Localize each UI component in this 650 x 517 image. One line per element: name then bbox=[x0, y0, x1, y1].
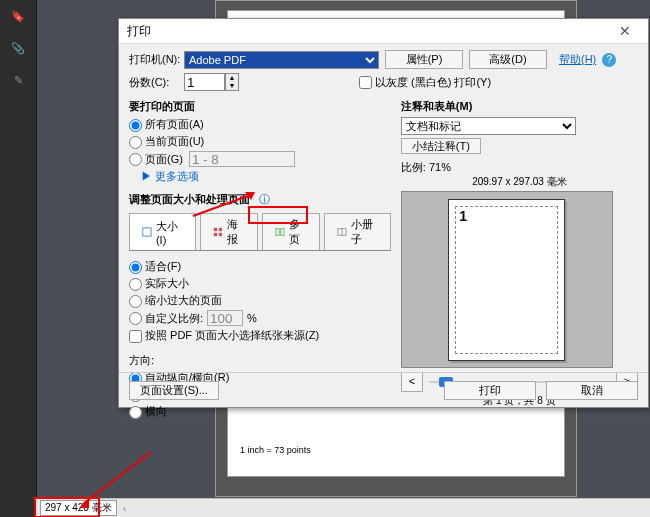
print-dialog: 打印 ✕ 打印机(N): Adobe PDF 属性(P) 高级(D) 帮助(H)… bbox=[118, 18, 649, 408]
svg-rect-3 bbox=[214, 233, 217, 236]
status-dims: 297 x 420 毫米 bbox=[40, 500, 117, 516]
radio-current-page[interactable]: 当前页面(U) bbox=[129, 134, 204, 149]
signature-icon[interactable]: ✎ bbox=[0, 64, 36, 96]
svg-rect-1 bbox=[214, 228, 217, 231]
custom-scale-input[interactable] bbox=[207, 310, 243, 326]
svg-rect-4 bbox=[218, 233, 221, 236]
svg-rect-2 bbox=[218, 228, 221, 231]
radio-page-range[interactable]: 页面(G) bbox=[129, 152, 183, 167]
status-chevron-icon: ‹ bbox=[123, 502, 127, 514]
percent-label: % bbox=[247, 312, 257, 324]
size-tabs: 大小(I) 海报 多页 小册子 bbox=[129, 213, 391, 251]
tab-poster[interactable]: 海报 bbox=[200, 213, 258, 250]
status-bar: 297 x 420 毫米 ‹ bbox=[36, 498, 650, 517]
print-button[interactable]: 打印 bbox=[444, 381, 536, 400]
advanced-button[interactable]: 高级(D) bbox=[469, 50, 547, 69]
summarize-button[interactable]: 小结注释(T) bbox=[401, 138, 481, 154]
size-group-title: 调整页面大小和处理页面 bbox=[129, 193, 250, 205]
page-setup-button[interactable]: 页面设置(S)... bbox=[129, 381, 219, 400]
preview-page-number: 1 bbox=[459, 208, 467, 224]
radio-custom-scale[interactable]: 自定义比例: bbox=[129, 311, 203, 326]
svg-rect-0 bbox=[143, 228, 151, 236]
comments-title: 注释和表单(M) bbox=[401, 99, 638, 114]
copies-spinner[interactable]: ▲▼ bbox=[225, 73, 239, 91]
close-button[interactable]: ✕ bbox=[610, 23, 640, 39]
printer-label: 打印机(N): bbox=[129, 52, 184, 67]
properties-button[interactable]: 属性(P) bbox=[385, 50, 463, 69]
attachment-icon[interactable]: 📎 bbox=[0, 32, 36, 64]
scale-label: 比例: bbox=[401, 161, 426, 173]
page-range-input[interactable] bbox=[189, 151, 295, 167]
preview-page: 1 bbox=[448, 199, 565, 361]
tab-size[interactable]: 大小(I) bbox=[129, 213, 196, 250]
copies-input[interactable] bbox=[184, 73, 225, 91]
tab-multi[interactable]: 多页 bbox=[262, 213, 320, 250]
help-link[interactable]: 帮助(H) bbox=[559, 52, 596, 67]
print-preview: 1 bbox=[401, 191, 613, 368]
svg-rect-6 bbox=[280, 229, 283, 236]
svg-line-9 bbox=[83, 452, 151, 504]
help-icon[interactable]: ? bbox=[602, 53, 616, 67]
svg-rect-5 bbox=[275, 229, 278, 236]
radio-shrink[interactable]: 缩小过大的页面 bbox=[129, 293, 222, 308]
grayscale-checkbox[interactable]: 以灰度 (黑白色) 打印(Y) bbox=[359, 75, 491, 90]
copies-label: 份数(C): bbox=[129, 75, 184, 90]
comments-combo[interactable]: 文档和标记 bbox=[401, 117, 576, 135]
info-icon[interactable]: ⓘ bbox=[259, 193, 270, 205]
radio-fit[interactable]: 适合(F) bbox=[129, 259, 181, 274]
dialog-footer: 页面设置(S)... 打印 取消 bbox=[119, 372, 648, 407]
printer-select[interactable]: Adobe PDF bbox=[184, 51, 379, 69]
checkbox-paper-source[interactable]: 按照 PDF 页面大小选择纸张来源(Z) bbox=[129, 328, 319, 343]
orient-title: 方向: bbox=[129, 353, 391, 368]
scale-value: 71% bbox=[429, 161, 451, 173]
bookmark-icon[interactable]: 🔖 bbox=[0, 0, 36, 32]
tab-booklet[interactable]: 小册子 bbox=[324, 213, 391, 250]
preview-dims: 209.97 x 297.03 毫米 bbox=[401, 175, 638, 189]
cancel-button[interactable]: 取消 bbox=[546, 381, 638, 400]
more-options[interactable]: ▶ 更多选项 bbox=[141, 169, 391, 184]
dialog-title-text: 打印 bbox=[127, 23, 151, 40]
app-sidebar: 🔖 📎 ✎ bbox=[0, 0, 37, 517]
dialog-titlebar: 打印 ✕ bbox=[119, 19, 648, 44]
pages-group-title: 要打印的页面 bbox=[129, 99, 391, 114]
radio-all-pages[interactable]: 所有页面(A) bbox=[129, 117, 204, 132]
ruler-text: 1 inch = 73 points bbox=[240, 445, 311, 455]
radio-actual[interactable]: 实际大小 bbox=[129, 276, 189, 291]
